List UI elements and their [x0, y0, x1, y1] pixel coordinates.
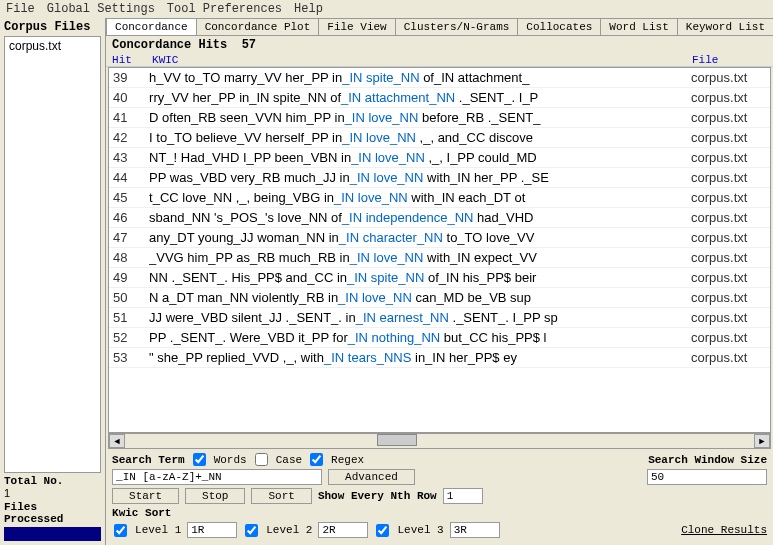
hit-number: 51 [113, 310, 149, 325]
level3-input[interactable] [450, 522, 500, 538]
sws-input[interactable] [647, 469, 767, 485]
clone-results-link[interactable]: Clone Results [681, 524, 767, 536]
hit-number: 43 [113, 150, 149, 165]
file-name: corpus.txt [691, 270, 766, 285]
list-item[interactable]: corpus.txt [9, 39, 96, 53]
kwic-text: any_DT young_JJ woman_NN in_IN character… [149, 230, 691, 245]
level2-input[interactable] [318, 522, 368, 538]
hit-number: 48 [113, 250, 149, 265]
case-checkbox[interactable] [255, 453, 268, 466]
header-kwic[interactable]: KWIC [152, 54, 692, 66]
total-no-value: 1 [4, 487, 101, 499]
table-row[interactable]: 40rry_VV her_PP in_IN spite_NN of_IN att… [109, 88, 770, 108]
tab-file-view[interactable]: File View [318, 18, 395, 35]
kwic-sort-label: Kwic Sort [112, 507, 171, 519]
table-row[interactable]: 45t_CC love_NN ,_, being_VBG in_IN love_… [109, 188, 770, 208]
table-row[interactable]: 47any_DT young_JJ woman_NN in_IN charact… [109, 228, 770, 248]
file-name: corpus.txt [691, 110, 766, 125]
hit-number: 45 [113, 190, 149, 205]
hits-count: 57 [242, 38, 256, 52]
file-name: corpus.txt [691, 130, 766, 145]
tab-concordance[interactable]: Concordance [106, 18, 197, 35]
kwic-text: I to_TO believe_VV herself_PP in_IN love… [149, 130, 691, 145]
table-row[interactable]: 41D often_RB seen_VVN him_PP in_IN love_… [109, 108, 770, 128]
table-row[interactable]: 52PP ._SENT_. Were_VBD it_PP for_IN noth… [109, 328, 770, 348]
files-processed-label: Files Processed [4, 501, 101, 525]
table-row[interactable]: 43NT_! Had_VHD I_PP been_VBN in_IN love_… [109, 148, 770, 168]
tab-word-list[interactable]: Word List [600, 18, 677, 35]
kwic-text: N a_DT man_NN violently_RB in_IN love_NN… [149, 290, 691, 305]
words-label: Words [214, 454, 247, 466]
search-input[interactable] [112, 469, 322, 485]
kwic-text: " she_PP replied_VVD ,_, with_IN tears_N… [149, 350, 691, 365]
hit-number: 39 [113, 70, 149, 85]
level2-checkbox[interactable] [245, 524, 258, 537]
hit-number: 49 [113, 270, 149, 285]
stop-button[interactable]: Stop [185, 488, 245, 504]
file-name: corpus.txt [691, 150, 766, 165]
file-name: corpus.txt [691, 350, 766, 365]
table-row[interactable]: 44PP was_VBD very_RB much_JJ in_IN love_… [109, 168, 770, 188]
hit-number: 40 [113, 90, 149, 105]
result-headers: Hit KWIC File [106, 54, 773, 67]
menu-help[interactable]: Help [294, 2, 323, 16]
tab-clusters[interactable]: Clusters/N-Grams [395, 18, 519, 35]
table-row[interactable]: 50N a_DT man_NN violently_RB in_IN love_… [109, 288, 770, 308]
case-label: Case [276, 454, 302, 466]
scroll-left-icon[interactable]: ◄ [109, 434, 125, 448]
search-term-label: Search Term [112, 454, 185, 466]
table-row[interactable]: 48_VVG him_PP as_RB much_RB in_IN love_N… [109, 248, 770, 268]
file-name: corpus.txt [691, 310, 766, 325]
tab-collocates[interactable]: Collocates [517, 18, 601, 35]
table-row[interactable]: 51JJ were_VBD silent_JJ ._SENT_. in_IN e… [109, 308, 770, 328]
table-row[interactable]: 39h_VV to_TO marry_VV her_PP in_IN spite… [109, 68, 770, 88]
sort-button[interactable]: Sort [251, 488, 311, 504]
nth-row-input[interactable] [443, 488, 483, 504]
scroll-thumb[interactable] [377, 434, 417, 446]
start-button[interactable]: Start [112, 488, 179, 504]
file-name: corpus.txt [691, 250, 766, 265]
table-row[interactable]: 53" she_PP replied_VVD ,_, with_IN tears… [109, 348, 770, 368]
level1-input[interactable] [187, 522, 237, 538]
scroll-right-icon[interactable]: ► [754, 434, 770, 448]
file-name: corpus.txt [691, 190, 766, 205]
corpus-file-list[interactable]: corpus.txt [4, 36, 101, 473]
regex-checkbox[interactable] [310, 453, 323, 466]
menu-tool-preferences[interactable]: Tool Preferences [167, 2, 282, 16]
tab-bar: Concordance Concordance Plot File View C… [106, 18, 773, 36]
table-row[interactable]: 42I to_TO believe_VV herself_PP in_IN lo… [109, 128, 770, 148]
table-row[interactable]: 49NN ._SENT_. His_PP$ and_CC in_IN spite… [109, 268, 770, 288]
progress-bar [4, 527, 101, 541]
kwic-text: JJ were_VBD silent_JJ ._SENT_. in_IN ear… [149, 310, 691, 325]
tab-keyword-list[interactable]: Keyword List [677, 18, 773, 35]
controls-panel: Search Term Words Case Regex Search Wind… [106, 449, 773, 545]
kwic-text: h_VV to_TO marry_VV her_PP in_IN spite_N… [149, 70, 691, 85]
level2-label: Level 2 [266, 524, 312, 536]
kwic-text: PP was_VBD very_RB much_JJ in_IN love_NN… [149, 170, 691, 185]
scroll-track[interactable] [125, 434, 754, 448]
nth-row-label: Show Every Nth Row [318, 490, 437, 502]
words-checkbox[interactable] [193, 453, 206, 466]
header-file[interactable]: File [692, 54, 767, 66]
menu-file[interactable]: File [6, 2, 35, 16]
level1-label: Level 1 [135, 524, 181, 536]
table-row[interactable]: 46sband_NN 's_POS_'s love_NN of_IN indep… [109, 208, 770, 228]
menu-global-settings[interactable]: Global Settings [47, 2, 155, 16]
kwic-text: D often_RB seen_VVN him_PP in_IN love_NN… [149, 110, 691, 125]
total-no-label: Total No. [4, 475, 101, 487]
file-name: corpus.txt [691, 90, 766, 105]
file-name: corpus.txt [691, 290, 766, 305]
hit-number: 41 [113, 110, 149, 125]
tab-concordance-plot[interactable]: Concordance Plot [196, 18, 320, 35]
left-panel: Corpus Files corpus.txt Total No. 1 File… [0, 18, 106, 545]
level1-checkbox[interactable] [114, 524, 127, 537]
kwic-text: rry_VV her_PP in_IN spite_NN of_IN attac… [149, 90, 691, 105]
hit-number: 42 [113, 130, 149, 145]
h-scrollbar[interactable]: ◄ ► [108, 433, 771, 449]
hit-number: 47 [113, 230, 149, 245]
header-hit[interactable]: Hit [112, 54, 152, 66]
results-list[interactable]: 39h_VV to_TO marry_VV her_PP in_IN spite… [108, 67, 771, 433]
advanced-button[interactable]: Advanced [328, 469, 415, 485]
level3-label: Level 3 [397, 524, 443, 536]
level3-checkbox[interactable] [376, 524, 389, 537]
